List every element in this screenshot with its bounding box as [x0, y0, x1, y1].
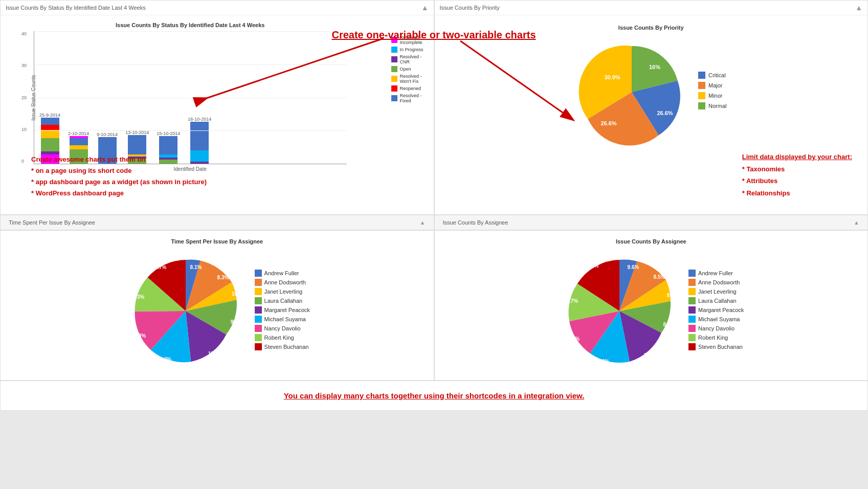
bar-label-5: 15-10-2014	[157, 131, 180, 136]
legend-label-minor: Minor	[708, 93, 723, 99]
legend-color	[255, 343, 262, 350]
y-tick-30: 30	[21, 63, 27, 68]
svg-text:14.7%: 14.7%	[151, 264, 166, 270]
legend-color-critical	[698, 72, 705, 79]
legend-color	[688, 316, 696, 323]
legend-color	[688, 279, 696, 286]
svg-text:12.8%: 12.8%	[644, 352, 658, 358]
top-right-header: Issue Counts By Priority ▲	[435, 1, 868, 15]
svg-text:9.6%: 9.6%	[628, 264, 639, 270]
top-left-panel: Issue Counts By Status By Identified Dat…	[0, 0, 434, 215]
legend-item: Steven Buchanan	[255, 343, 310, 350]
svg-text:10.1%: 10.1%	[231, 291, 246, 297]
legend-item: Margaret Peacock	[255, 306, 310, 314]
legend-color	[688, 270, 696, 277]
legend-item: Nancy Davolio	[255, 325, 310, 332]
priority-pie-svg: 16% 26.6% 26.6% 30.9%	[575, 36, 688, 148]
legend-color	[255, 306, 262, 314]
y-tick-0: 0	[21, 159, 27, 164]
divider-left-title: Time Spent Per Issue By Assignee	[9, 219, 95, 226]
divider-left: Time Spent Per Issue By Assignee ▲	[0, 215, 434, 230]
bar-seg	[70, 145, 88, 149]
legend-color	[391, 56, 397, 62]
legend-item-critical: Critical	[698, 72, 726, 79]
svg-text:8.3%: 8.3%	[217, 275, 229, 280]
bottom-promo-text: You can display many charts together usi…	[284, 391, 585, 400]
legend-label: Steven Buchanan	[264, 344, 309, 350]
pie-label-minor: 26.6%	[600, 120, 616, 126]
promo-text-right: Limit data displayed by your chart: * Ta…	[742, 151, 852, 199]
collapse-arrow-top-right[interactable]: ▲	[855, 4, 862, 12]
legend-item-minor: Minor	[698, 92, 726, 99]
svg-text:12.3%: 12.3%	[129, 294, 144, 300]
grid-line-40	[34, 31, 347, 32]
svg-text:13.5%: 13.5%	[208, 351, 222, 357]
collapse-arrow-bottom-right[interactable]: ▲	[854, 219, 859, 226]
legend-label: Janet Leverling	[264, 288, 303, 295]
legend-item: Open	[391, 66, 423, 72]
legend-item: Laura Callahan	[688, 297, 744, 304]
legend-label: Robert King	[698, 335, 728, 341]
svg-text:9.6%: 9.6%	[667, 293, 679, 298]
legend-item: Reopened	[391, 85, 423, 92]
bar-seg	[41, 130, 59, 138]
bar-seg	[41, 138, 59, 151]
legend-label: Resolved -Won't Fix	[399, 74, 421, 84]
legend-label: Andrew Fuller	[264, 270, 299, 276]
promo-line-3: * app dashboard page as a widget (as sho…	[31, 176, 207, 188]
top-right-title: Issue Counts By Priority	[440, 5, 500, 11]
legend-label: Open	[399, 66, 411, 72]
priority-legend: Critical Major Minor Normal	[698, 72, 726, 113]
legend-item: Anne Dodsworth	[255, 279, 310, 286]
grid-line-10	[34, 130, 347, 131]
legend-label-normal: Normal	[708, 103, 726, 109]
divider-right-title: Issue Counts By Assignee	[443, 219, 508, 226]
legend-label: Janet Leverling	[698, 288, 737, 295]
legend-item: Janet Leverling	[688, 288, 744, 295]
bar-seg	[41, 118, 59, 125]
collapse-arrow-bottom-left[interactable]: ▲	[420, 219, 426, 226]
divider-right: Issue Counts By Assignee ▲	[434, 215, 869, 230]
bottom-right-panel: Issue Counts By Assignee	[434, 230, 869, 381]
svg-text:14.9%: 14.9%	[584, 263, 598, 269]
legend-item-major: Major	[698, 82, 726, 89]
legend-label: Robert King	[264, 335, 294, 341]
divider-row: Time Spent Per Issue By Assignee ▲ Issue…	[0, 215, 868, 230]
svg-text:8.5%: 8.5%	[654, 274, 665, 280]
legend-item: Robert King	[255, 334, 310, 341]
y-tick-40: 40	[21, 31, 27, 36]
legend-color	[391, 66, 397, 72]
legend-color	[391, 85, 397, 92]
svg-text:9%: 9%	[230, 319, 238, 325]
priority-chart-title: Issue Counts By Priority	[445, 25, 858, 31]
legend-label: Michael Suyama	[698, 316, 740, 322]
grid-line-30	[34, 64, 347, 65]
legend-color-major	[698, 82, 705, 89]
promo-line-2: * on a page using its short code	[31, 165, 207, 176]
bar-seg	[128, 135, 146, 154]
legend-label: Margaret Peacock	[264, 307, 310, 313]
legend-color	[688, 325, 696, 332]
svg-text:11.2%: 11.2%	[157, 357, 171, 362]
time-spent-pie-svg: 8.1% 8.3% 10.1% 9% 13.5% 11.2% 12.8% 12.…	[124, 250, 247, 372]
legend-label-major: Major	[708, 82, 723, 88]
legend-color	[688, 306, 696, 314]
collapse-arrow-top-left[interactable]: ▲	[421, 4, 429, 12]
legend-color	[255, 316, 262, 323]
legend-item: Janet Leverling	[255, 288, 310, 295]
svg-text:12.8%: 12.8%	[131, 333, 145, 339]
svg-text:10.6%: 10.6%	[595, 359, 609, 364]
promo-line-1: Create awesome charts put them on	[31, 154, 207, 165]
promo-right-taxonomies: * Taxonomies	[742, 163, 852, 175]
time-spent-pie-area: 8.1% 8.3% 10.1% 9% 13.5% 11.2% 12.8% 12.…	[8, 250, 426, 372]
bar-seg	[41, 125, 59, 130]
legend-label: In Progress	[399, 47, 423, 52]
promo-right-attributes: * Attributes	[742, 175, 852, 187]
legend-label: Nancy Davolio	[264, 325, 301, 331]
pie-label-critical: 16%	[649, 64, 660, 70]
top-left-title: Issue Counts By Status By Identified Dat…	[6, 5, 146, 11]
bar-seg	[190, 122, 209, 150]
bar-label-3: 9-10-2014	[97, 132, 118, 137]
legend-item: Michael Suyama	[688, 316, 744, 323]
assignee-count-legend: Andrew Fuller Anne Dodsworth Janet Lever…	[688, 270, 744, 352]
